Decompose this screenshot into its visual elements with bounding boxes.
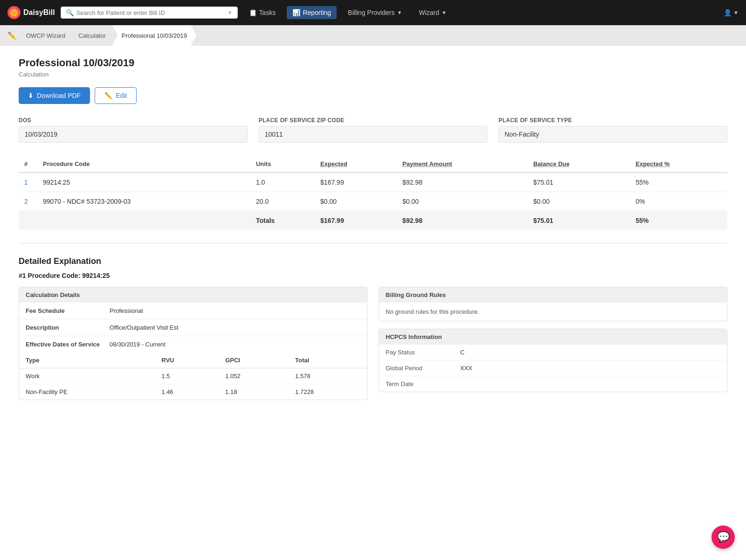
zip-label: Place of Service Zip Code (259, 117, 488, 124)
totals-balance: $75.01 (528, 211, 630, 230)
rvu-val: 1.5 (155, 368, 219, 384)
calc-details-body: Fee Schedule Professional Description Of… (19, 303, 367, 353)
row-procedure-code: 99070 - NDC# 53723-2009-03 (37, 192, 250, 211)
page-title: Professional 10/03/2019 (19, 57, 727, 69)
total-val: 1.7228 (289, 384, 367, 400)
billing-providers-chevron: ▼ (397, 10, 402, 15)
detail-grid: Calculation Details Fee Schedule Profess… (19, 287, 727, 408)
form-row: DOS 10/03/2019 Place of Service Zip Code… (19, 117, 727, 143)
rvu-table: Type RVU GPCI Total Work 1.5 1.052 1.578… (19, 353, 367, 400)
edit-icon: ✏️ (104, 92, 112, 99)
divider (19, 243, 727, 243)
hcpcs-label: Global Period (386, 365, 460, 372)
row-num-link[interactable]: 2 (24, 198, 28, 205)
reporting-label: Reporting (303, 9, 331, 16)
chat-button[interactable]: 💬 (711, 525, 735, 549)
gpci-val: 1.18 (219, 384, 289, 400)
hcpcs-card: HCPCS Information Pay Status C Global Pe… (379, 329, 727, 392)
wizard-chevron: ▼ (442, 10, 447, 15)
dos-label: DOS (19, 117, 248, 124)
row-expected-pct: 55% (630, 173, 727, 192)
row-balance-due: $75.01 (528, 173, 630, 192)
col-payment-amount: Payment Amount (397, 156, 528, 173)
chevron-down-icon: ▼ (228, 10, 233, 15)
hcpcs-value: C (460, 349, 464, 356)
breadcrumb-owcp-label: OWCP Wizard (26, 32, 65, 39)
reporting-button[interactable]: 📊 Reporting (287, 6, 337, 19)
row-num-link[interactable]: 1 (24, 179, 28, 186)
wizard-label: Wizard (419, 9, 439, 16)
detail-left: Calculation Details Fee Schedule Profess… (19, 287, 367, 408)
rvu-val: 1.46 (155, 384, 219, 400)
search-bar[interactable]: 🔍 ▼ (61, 7, 238, 19)
edit-button[interactable]: ✏️ Edit (95, 87, 137, 104)
billing-ground-rules-text: No ground rules for this procedure. (379, 303, 727, 321)
col-expected: Expected (315, 156, 397, 173)
user-menu[interactable]: 👤 ▼ (724, 9, 739, 16)
row-expected: $167.99 (315, 173, 397, 192)
billing-providers-button[interactable]: Billing Providers ▼ (342, 6, 408, 19)
calc-detail-row: Fee Schedule Professional (19, 303, 367, 319)
row-units: 1.0 (250, 173, 315, 192)
hcpcs-body: Pay Status C Global Period XXX Term Date (379, 345, 727, 392)
calc-details-header: Calculation Details (19, 287, 367, 303)
breadcrumb-owcp-wizard[interactable]: OWCP Wizard (20, 25, 72, 46)
wizard-button[interactable]: Wizard ▼ (413, 6, 452, 19)
logo-text: DaisyBill (23, 8, 55, 17)
service-type-value: Non-Facility (498, 126, 727, 143)
main-content: Professional 10/03/2019 Calculation ⬇ Do… (0, 46, 746, 560)
logo-icon: 🌼 (7, 6, 21, 19)
rvu-row: Work 1.5 1.052 1.578 (19, 368, 367, 384)
logo: 🌼 DaisyBill (7, 6, 55, 19)
detail-right: Billing Ground Rules No ground rules for… (379, 287, 727, 408)
row-num: 2 (19, 192, 37, 211)
row-procedure-code: 99214:25 (37, 173, 250, 192)
rvu-type: Work (19, 368, 155, 384)
reporting-icon: 📊 (292, 9, 300, 16)
breadcrumb: ✏️ OWCP Wizard Calculator Professional 1… (0, 25, 746, 46)
calc-detail-row: Effective Dates of Service 08/30/2019 - … (19, 336, 367, 353)
breadcrumb-calculator[interactable]: Calculator (72, 25, 112, 46)
navbar: 🌼 DaisyBill 🔍 ▼ 📋 Tasks 📊 Reporting Bill… (0, 0, 746, 25)
calc-detail-label: Description (26, 324, 110, 331)
col-procedure-code: Procedure Code (37, 156, 250, 173)
chat-icon: 💬 (717, 531, 730, 543)
tasks-button[interactable]: 📋 Tasks (243, 6, 282, 19)
hcpcs-label: Pay Status (386, 349, 460, 356)
download-pdf-button[interactable]: ⬇ Download PDF (19, 87, 90, 104)
search-input[interactable] (76, 9, 225, 16)
col-expected-pct: Expected % (630, 156, 727, 173)
totals-pct: 55% (630, 211, 727, 230)
dos-value: 10/03/2019 (19, 126, 248, 143)
proc-code-label: #1 Procedure Code: 99214:25 (19, 272, 727, 279)
row-balance-due: $0.00 (528, 192, 630, 211)
billing-providers-label: Billing Providers (348, 9, 394, 16)
row-units: 20.0 (250, 192, 315, 211)
tasks-icon: 📋 (249, 9, 257, 16)
page-subtitle: Calculation (19, 71, 727, 78)
col-balance-due: Balance Due (528, 156, 630, 173)
table-row: 1 99214:25 1.0 $167.99 $92.98 $75.01 55% (19, 173, 727, 192)
hcpcs-value: XXX (460, 365, 472, 372)
calc-detail-label: Effective Dates of Service (26, 341, 110, 348)
col-rvu: RVU (155, 353, 219, 368)
zip-value: 10011 (259, 126, 488, 143)
calc-detail-row: Description Office/Outpatient Visit Est (19, 319, 367, 336)
breadcrumb-professional[interactable]: Professional 10/03/2019 (112, 25, 196, 46)
user-chevron: ▼ (733, 10, 739, 15)
calc-detail-value: Office/Outpatient Visit Est (110, 324, 179, 331)
row-payment-amount: $0.00 (397, 192, 528, 211)
download-pdf-label: Download PDF (37, 92, 81, 99)
breadcrumb-calculator-label: Calculator (78, 32, 106, 39)
gpci-val: 1.052 (219, 368, 289, 384)
service-type-label: Place of Service Type (498, 117, 727, 124)
col-gpci: GPCI (219, 353, 289, 368)
action-buttons: ⬇ Download PDF ✏️ Edit (19, 87, 727, 104)
dos-field: DOS 10/03/2019 (19, 117, 248, 143)
hcpcs-header: HCPCS Information (379, 329, 727, 345)
hcpcs-row: Global Period XXX (379, 360, 727, 376)
rvu-type: Non-Facility PE (19, 384, 155, 400)
tasks-label: Tasks (259, 9, 276, 16)
totals-expected: $167.99 (315, 211, 397, 230)
col-type: Type (19, 353, 155, 368)
